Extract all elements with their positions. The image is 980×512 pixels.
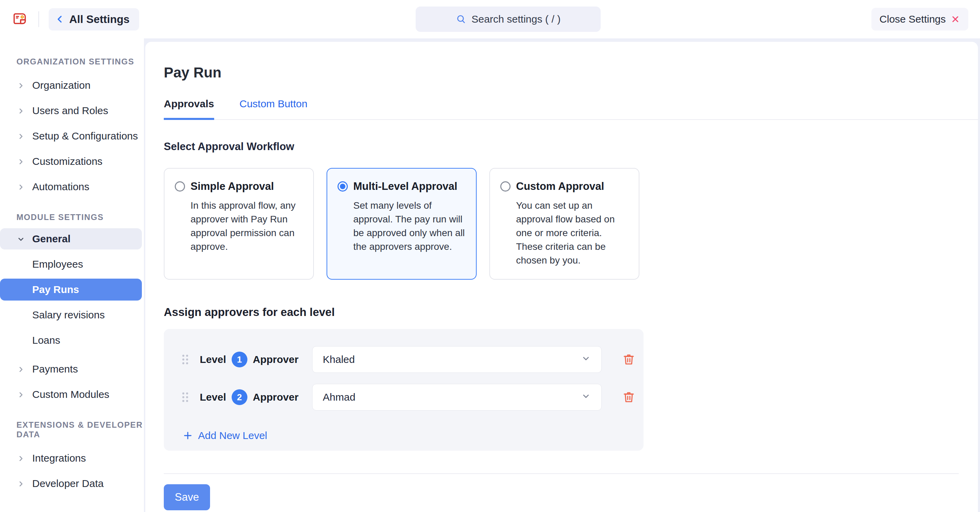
section-module-settings: MODULE SETTINGS	[16, 213, 144, 222]
sidebar-item-label: Payments	[32, 363, 78, 375]
sidebar-item-salary-revisions[interactable]: Salary revisions	[0, 302, 144, 328]
sidebar-item-label: Organization	[32, 80, 91, 91]
option-multi-level-approval[interactable]: Multi-Level Approval Set many levels of …	[326, 168, 477, 280]
sidebar-item-pay-runs[interactable]: Pay Runs	[0, 278, 142, 301]
approver-select-value: Ahmad	[323, 391, 355, 403]
settings-screen: All Settings Search settings ( / ) Close…	[0, 0, 980, 512]
save-button[interactable]: Save	[164, 484, 210, 510]
drag-handle-icon[interactable]	[182, 393, 188, 402]
settings-sidebar: ORGANIZATION SETTINGS Organization Users…	[0, 38, 144, 512]
option-description: Set many levels of approval. The pay run…	[353, 199, 466, 254]
sidebar-item-label: Integrations	[32, 452, 86, 464]
content-divider	[164, 473, 959, 474]
close-settings-label: Close Settings	[880, 13, 946, 25]
option-title: Custom Approval	[516, 180, 604, 192]
level-number-badge: 1	[232, 351, 247, 367]
level-label: Level	[200, 391, 226, 403]
sidebar-item-general[interactable]: General	[0, 228, 142, 250]
approval-workflow-options: Simple Approval In this approval flow, a…	[164, 168, 978, 280]
plus-icon	[182, 430, 193, 441]
top-bar: All Settings Search settings ( / ) Close…	[0, 0, 980, 38]
chevron-right-icon	[16, 81, 25, 90]
all-settings-button[interactable]: All Settings	[49, 8, 139, 30]
chevron-right-icon	[16, 479, 25, 488]
topbar-divider	[38, 11, 39, 27]
sidebar-item-label: Setup & Configurations	[32, 130, 138, 142]
tab-approvals[interactable]: Approvals	[164, 98, 214, 120]
level-number-badge: 2	[232, 389, 247, 405]
sidebar-item-employees[interactable]: Employees	[0, 251, 144, 277]
chevron-down-icon	[581, 391, 591, 404]
chevron-right-icon	[16, 182, 25, 191]
pay-run-settings-panel: Pay Run Approvals Custom Button Select A…	[145, 42, 978, 512]
approver-select-1[interactable]: Khaled	[312, 346, 602, 373]
option-title: Multi-Level Approval	[353, 180, 457, 192]
approver-select-2[interactable]: Ahmad	[312, 384, 602, 410]
add-new-level-label: Add New Level	[198, 430, 267, 441]
close-settings-button[interactable]: Close Settings	[871, 8, 968, 30]
add-new-level-button[interactable]: Add New Level	[182, 430, 267, 441]
sidebar-item-label: Developer Data	[32, 478, 103, 490]
page-title: Pay Run	[164, 64, 978, 81]
level-row-1: Level 1 Approver Khaled	[182, 346, 644, 373]
sidebar-item-label: Salary revisions	[32, 309, 105, 321]
back-chevron-icon	[55, 14, 65, 24]
sidebar-item-loans[interactable]: Loans	[0, 328, 144, 353]
approver-levels-panel: Level 1 Approver Khaled Level 2 Approver…	[164, 329, 644, 451]
approver-label: Approver	[253, 354, 299, 365]
search-placeholder: Search settings ( / )	[471, 13, 561, 25]
sidebar-item-label: Loans	[32, 334, 60, 346]
sidebar-item-label: Employees	[32, 258, 83, 270]
sidebar-item-integrations[interactable]: Integrations	[0, 445, 144, 471]
sidebar-item-label: Custom Modules	[32, 389, 109, 400]
option-simple-approval[interactable]: Simple Approval In this approval flow, a…	[164, 168, 314, 280]
sidebar-item-users-and-roles[interactable]: Users and Roles	[0, 98, 144, 123]
sidebar-item-automations[interactable]: Automations	[0, 174, 144, 199]
assign-approvers-heading: Assign approvers for each level	[164, 306, 978, 319]
level-label: Level	[200, 354, 226, 365]
chevron-right-icon	[16, 106, 25, 115]
chevron-right-icon	[16, 132, 25, 140]
level-row-2: Level 2 Approver Ahmad	[182, 384, 644, 410]
tab-custom-button[interactable]: Custom Button	[240, 98, 307, 119]
drag-handle-icon[interactable]	[182, 355, 188, 364]
option-description: You can set up an approval flow based on…	[516, 199, 628, 267]
delete-level-button[interactable]	[622, 352, 636, 367]
sidebar-item-label: Customizations	[32, 156, 102, 167]
approver-label: Approver	[253, 391, 299, 403]
sidebar-item-developer-data[interactable]: Developer Data	[0, 471, 144, 496]
sidebar-item-label: Pay Runs	[32, 284, 79, 296]
close-x-icon	[951, 14, 960, 24]
search-icon	[456, 14, 467, 25]
workflow-section-label: Select Approval Workflow	[164, 140, 978, 153]
app-logo-icon[interactable]	[12, 11, 29, 28]
all-settings-label: All Settings	[69, 13, 129, 26]
radio-unselected-icon[interactable]	[500, 181, 511, 192]
section-organization-settings: ORGANIZATION SETTINGS	[16, 57, 144, 67]
approver-select-value: Khaled	[323, 354, 355, 365]
sidebar-item-label: Automations	[32, 181, 89, 192]
option-description: In this approval flow, any approver with…	[191, 199, 303, 254]
tab-bar: Approvals Custom Button	[164, 98, 978, 120]
option-custom-approval[interactable]: Custom Approval You can set up an approv…	[489, 168, 640, 280]
sidebar-item-label: Users and Roles	[32, 105, 108, 116]
sidebar-item-custom-modules[interactable]: Custom Modules	[0, 382, 144, 407]
sidebar-item-setup-configurations[interactable]: Setup & Configurations	[0, 123, 144, 149]
radio-unselected-icon[interactable]	[175, 181, 185, 192]
sidebar-item-customizations[interactable]: Customizations	[0, 149, 144, 174]
search-settings-input[interactable]: Search settings ( / )	[416, 6, 601, 32]
chevron-right-icon	[16, 390, 25, 399]
sidebar-item-label: General	[32, 233, 71, 245]
chevron-right-icon	[16, 365, 25, 374]
chevron-right-icon	[16, 157, 25, 166]
option-title: Simple Approval	[191, 180, 274, 192]
radio-selected-icon[interactable]	[337, 181, 348, 192]
chevron-down-icon	[581, 353, 591, 366]
chevron-right-icon	[16, 454, 25, 463]
delete-level-button[interactable]	[622, 390, 636, 404]
chevron-down-icon	[16, 234, 25, 243]
sidebar-item-organization[interactable]: Organization	[0, 73, 144, 98]
section-extensions-developer-data: EXTENSIONS & DEVELOPER DATA	[16, 420, 144, 439]
sidebar-item-payments[interactable]: Payments	[0, 356, 144, 382]
